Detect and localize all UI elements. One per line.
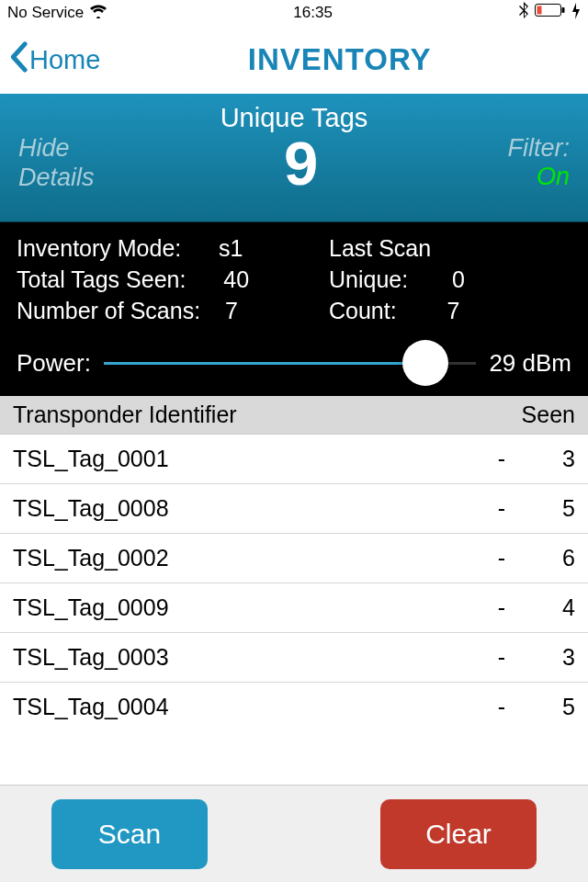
col-id: Transponder Identifier: [13, 401, 492, 428]
status-bar: No Service 16:35: [0, 0, 588, 26]
clock: 16:35: [293, 4, 333, 22]
table-row[interactable]: TSL_Tag_0003-3: [0, 633, 588, 683]
wifi-icon: [89, 4, 107, 23]
table-row[interactable]: TSL_Tag_0009-4: [0, 583, 588, 633]
col-seen: Seen: [492, 401, 575, 428]
table-row[interactable]: TSL_Tag_0004-5: [0, 683, 588, 731]
unique-label: Unique:: [329, 265, 408, 296]
back-label: Home: [29, 45, 100, 75]
total-tags-label: Total Tags Seen:: [17, 265, 186, 296]
svg-rect-1: [537, 6, 542, 15]
count-value: 7: [447, 296, 459, 327]
scans-value: 7: [225, 296, 238, 327]
count-label: Count:: [329, 296, 397, 327]
scans-label: Number of Scans:: [17, 296, 200, 327]
bluetooth-icon: [518, 2, 529, 25]
clear-button[interactable]: Clear: [380, 799, 537, 869]
table-row[interactable]: TSL_Tag_0001-3: [0, 435, 588, 484]
tag-list: TSL_Tag_0001-3 TSL_Tag_0008-5 TSL_Tag_00…: [0, 435, 588, 731]
total-tags-value: 40: [223, 265, 249, 296]
nav-bar: Home INVENTORY: [0, 26, 588, 94]
inventory-mode-value: s1: [219, 233, 243, 265]
svg-rect-2: [562, 7, 565, 13]
bottom-bar: Scan Clear: [0, 785, 588, 882]
details-panel: Inventory Mode: s1 Total Tags Seen: 40 N…: [0, 222, 588, 396]
unique-value: 0: [452, 265, 465, 296]
back-button[interactable]: Home: [9, 41, 100, 79]
table-row[interactable]: TSL_Tag_0002-6: [0, 534, 588, 583]
list-header: Transponder Identifier Seen: [0, 396, 588, 435]
unique-count: 9: [284, 134, 318, 193]
summary-banner: Unique Tags Hide Details 9 Filter: On: [0, 94, 588, 222]
power-value: 29 dBm: [489, 349, 571, 378]
battery-icon: [535, 4, 566, 22]
power-slider[interactable]: [104, 345, 476, 381]
hide-details-toggle[interactable]: Hide Details: [18, 133, 95, 193]
inventory-mode-label: Inventory Mode:: [17, 233, 181, 265]
last-scan-label: Last Scan: [329, 233, 571, 265]
chevron-left-icon: [9, 41, 28, 79]
service-text: No Service: [7, 4, 84, 22]
table-row[interactable]: TSL_Tag_0008-5: [0, 484, 588, 534]
charging-icon: [571, 3, 581, 24]
filter-label: Filter:: [507, 134, 570, 163]
filter-value[interactable]: On: [507, 163, 570, 191]
scan-button[interactable]: Scan: [51, 799, 208, 869]
power-label: Power:: [17, 349, 91, 378]
slider-thumb[interactable]: [402, 340, 448, 386]
page-title: INVENTORY: [248, 42, 432, 77]
